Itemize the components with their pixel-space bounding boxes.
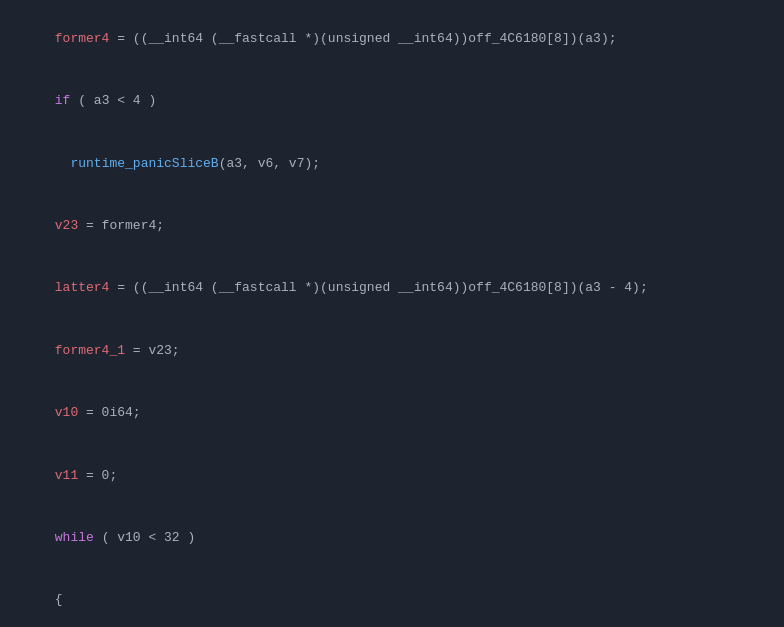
token: while	[55, 530, 94, 545]
token	[55, 156, 71, 171]
code-line: latter4 = ((__int64 (__fastcall *)(unsig…	[0, 258, 784, 320]
code-line: runtime_panicSliceB(a3, v6, v7);	[0, 133, 784, 195]
code-line: v23 = former4;	[0, 195, 784, 257]
token: = former4;	[78, 218, 164, 233]
code-line: while ( v10 < 32 )	[0, 507, 784, 569]
token: latter4	[55, 280, 110, 295]
code-line: former4_1 = v23;	[0, 320, 784, 382]
code-line: v11 = 0;	[0, 445, 784, 507]
token: = ((__int64 (__fastcall *)(unsigned __in…	[109, 280, 647, 295]
token: = 0i64;	[78, 405, 140, 420]
token: former4_1	[55, 343, 125, 358]
token: ( v10 < 32 )	[94, 530, 195, 545]
code-editor: former4 = ((__int64 (__fastcall *)(unsig…	[0, 0, 784, 627]
token: (a3, v6, v7);	[219, 156, 320, 171]
token: = ((__int64 (__fastcall *)(unsigned __in…	[109, 31, 616, 46]
token: v23	[55, 218, 78, 233]
token: = 0;	[78, 468, 117, 483]
token: = v23;	[125, 343, 180, 358]
token: ( a3 < 4 )	[70, 93, 156, 108]
token: v11	[55, 468, 78, 483]
token: former4	[55, 31, 110, 46]
code-line: former4 = ((__int64 (__fastcall *)(unsig…	[0, 8, 784, 70]
code-line: if ( a3 < 4 )	[0, 70, 784, 132]
token: runtime_panicSliceB	[70, 156, 218, 171]
token: {	[55, 592, 63, 607]
code-line: {	[0, 570, 784, 627]
token: if	[55, 93, 71, 108]
code-line: v10 = 0i64;	[0, 382, 784, 444]
token: v10	[55, 405, 78, 420]
